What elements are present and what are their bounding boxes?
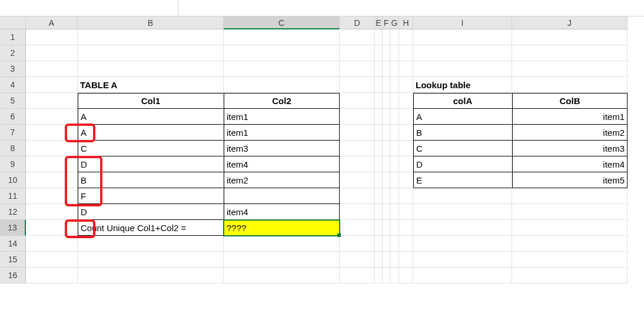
cell-G7[interactable]	[390, 125, 399, 141]
cell-D16[interactable]	[340, 268, 375, 283]
cell-J11[interactable]	[512, 188, 628, 204]
cell-J14[interactable]	[512, 236, 628, 252]
cell-B16[interactable]	[78, 268, 224, 283]
cell-G3[interactable]	[390, 61, 399, 77]
cell-A16[interactable]	[26, 268, 78, 283]
cell-A2[interactable]	[26, 45, 78, 61]
table-row[interactable]: C	[78, 141, 224, 156]
cell-D5[interactable]	[340, 93, 375, 109]
cell-G13[interactable]	[390, 220, 399, 236]
cell-C1[interactable]	[224, 29, 340, 45]
lookup-row[interactable]: C	[413, 141, 512, 156]
cell-J13[interactable]	[512, 220, 628, 236]
cell-F12[interactable]	[383, 204, 390, 220]
cell-A10[interactable]	[26, 172, 78, 188]
cell-I15[interactable]	[413, 252, 512, 268]
col-header-G[interactable]: G	[390, 16, 399, 29]
row-header-2[interactable]: 2	[0, 45, 26, 61]
cell-G2[interactable]	[390, 45, 399, 61]
row-header-12[interactable]: 12	[0, 204, 26, 220]
row-header-11[interactable]: 11	[0, 188, 26, 204]
cell-G4[interactable]	[390, 77, 399, 93]
cell-J1[interactable]	[512, 29, 628, 45]
row-header-6[interactable]: 6	[0, 109, 26, 125]
lookup-row[interactable]: E	[413, 172, 512, 188]
lookup-header-colB[interactable]: ColB	[512, 93, 628, 109]
row-header-16[interactable]: 16	[0, 268, 26, 283]
cell-F1[interactable]	[383, 29, 390, 45]
cell-A15[interactable]	[26, 252, 78, 268]
cell-H4[interactable]	[399, 77, 413, 93]
cell-E6[interactable]	[375, 109, 383, 125]
table-a-header-col2[interactable]: Col2	[224, 93, 340, 109]
table-row[interactable]: A	[78, 125, 224, 141]
cell-H16[interactable]	[399, 268, 413, 283]
cell-G10[interactable]	[390, 172, 399, 188]
cell-E2[interactable]	[375, 45, 383, 61]
summary-value[interactable]: ????	[224, 220, 340, 236]
cell-J15[interactable]	[512, 252, 628, 268]
cell-F4[interactable]	[383, 77, 390, 93]
cell-G12[interactable]	[390, 204, 399, 220]
cell-H2[interactable]	[399, 45, 413, 61]
cell-E1[interactable]	[375, 29, 383, 45]
cell-D11[interactable]	[340, 188, 375, 204]
cell-F13[interactable]	[383, 220, 390, 236]
table-a-title[interactable]: TABLE A	[78, 77, 224, 93]
cell-H11[interactable]	[399, 188, 413, 204]
lookup-row[interactable]: item1	[512, 109, 628, 125]
cell-G15[interactable]	[390, 252, 399, 268]
cell-D9[interactable]	[340, 156, 375, 172]
lookup-row[interactable]: item2	[512, 125, 628, 141]
col-header-A[interactable]: A	[26, 16, 78, 29]
cell-F14[interactable]	[383, 236, 390, 252]
cell-C14[interactable]	[224, 236, 340, 252]
cell-G6[interactable]	[390, 109, 399, 125]
cell-H15[interactable]	[399, 252, 413, 268]
cell-D3[interactable]	[340, 61, 375, 77]
table-row[interactable]: F	[78, 188, 224, 204]
cell-E5[interactable]	[375, 93, 383, 109]
cell-H13[interactable]	[399, 220, 413, 236]
row-header-13[interactable]: 13	[0, 220, 26, 236]
summary-label[interactable]: Count Unique Col1+Col2 =	[78, 220, 224, 236]
lookup-row[interactable]: B	[413, 125, 512, 141]
col-header-F[interactable]: F	[383, 16, 390, 29]
cell-G8[interactable]	[390, 141, 399, 156]
cell-C15[interactable]	[224, 252, 340, 268]
cell-E10[interactable]	[375, 172, 383, 188]
cell-I3[interactable]	[413, 61, 512, 77]
cell-E4[interactable]	[375, 77, 383, 93]
fill-handle[interactable]	[337, 233, 341, 237]
cell-A14[interactable]	[26, 236, 78, 252]
lookup-title[interactable]: Lookup table	[413, 77, 512, 93]
row-header-15[interactable]: 15	[0, 252, 26, 268]
cell-G11[interactable]	[390, 188, 399, 204]
cell-H9[interactable]	[399, 156, 413, 172]
cell-F3[interactable]	[383, 61, 390, 77]
table-row[interactable]: A	[78, 109, 224, 125]
cell-F15[interactable]	[383, 252, 390, 268]
col-header-E[interactable]: E	[375, 16, 383, 29]
col-header-C[interactable]: C	[224, 16, 340, 29]
cell-D15[interactable]	[340, 252, 375, 268]
cell-E7[interactable]	[375, 125, 383, 141]
table-row[interactable]: item4	[224, 204, 340, 220]
cell-A9[interactable]	[26, 156, 78, 172]
cell-F5[interactable]	[383, 93, 390, 109]
select-all-corner[interactable]	[0, 16, 26, 29]
table-a-header-col1[interactable]: Col1	[78, 93, 224, 109]
cell-I12[interactable]	[413, 204, 512, 220]
cell-E3[interactable]	[375, 61, 383, 77]
row-header-3[interactable]: 3	[0, 61, 26, 77]
col-header-D[interactable]: D	[340, 16, 375, 29]
cell-H3[interactable]	[399, 61, 413, 77]
row-header-9[interactable]: 9	[0, 156, 26, 172]
lookup-row[interactable]: A	[413, 109, 512, 125]
cell-H12[interactable]	[399, 204, 413, 220]
cell-E12[interactable]	[375, 204, 383, 220]
col-header-H[interactable]: H	[399, 16, 413, 29]
table-row[interactable]: D	[78, 204, 224, 220]
cell-H5[interactable]	[399, 93, 413, 109]
cell-H1[interactable]	[399, 29, 413, 45]
